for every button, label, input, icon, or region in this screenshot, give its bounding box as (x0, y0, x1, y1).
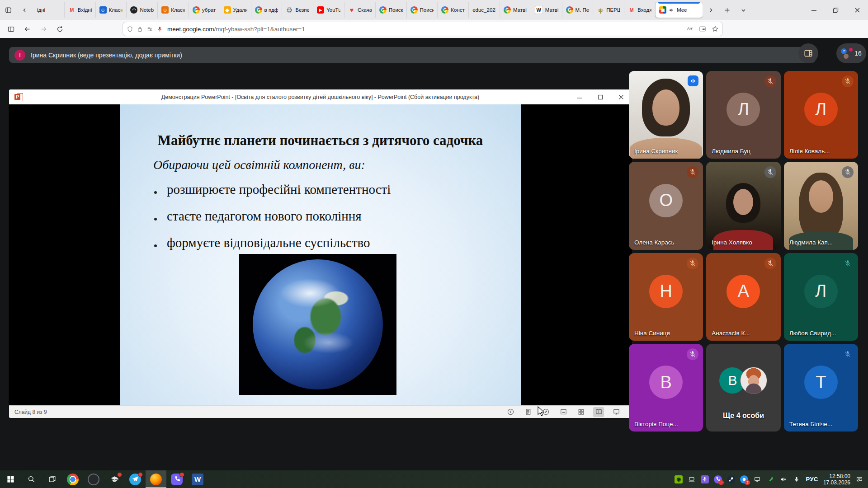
display-network-icon[interactable] (753, 475, 761, 483)
notification-badge (138, 472, 143, 477)
browser-tab[interactable]: ☺Класн (96, 2, 127, 18)
start-button[interactable] (0, 470, 21, 488)
browser-tab[interactable]: GКонст (438, 2, 469, 18)
browser-tab[interactable]: GПоиск (376, 2, 407, 18)
translate-icon[interactable]: A (686, 25, 693, 33)
browser-tab[interactable]: ▣Мее (656, 2, 703, 18)
bookmark-star-icon[interactable] (712, 25, 719, 33)
reload-button[interactable] (52, 22, 67, 36)
laptop-icon[interactable] (688, 475, 696, 483)
browser-tab[interactable]: ♥Скача (344, 2, 376, 18)
change-layout-button[interactable] (798, 43, 818, 63)
participant-tile[interactable]: ТТетяна Біліче... (784, 344, 858, 432)
new-tab-button[interactable] (719, 2, 735, 18)
tab-audio-icon[interactable] (669, 7, 675, 13)
restore-button[interactable] (825, 0, 846, 20)
tab-title: Входя (637, 7, 651, 13)
participant-name: Ніна Синиця (634, 330, 670, 337)
mic-muted-icon (687, 258, 698, 269)
pp-close-button[interactable] (611, 89, 632, 104)
picture-in-picture-icon[interactable] (699, 25, 706, 33)
browser-tab[interactable]: Gв пдф (251, 2, 283, 18)
mic-muted-icon (764, 258, 776, 269)
chrome-taskbar-icon[interactable] (62, 470, 83, 488)
participant-tile[interactable]: ВВікторія Поце... (629, 344, 703, 432)
tab-title: YouTu (326, 7, 340, 13)
volume-icon[interactable] (779, 475, 788, 483)
mouse-cursor (536, 406, 547, 417)
browser-tab[interactable]: WМатві (531, 2, 562, 18)
viber-taskbar-icon[interactable] (166, 470, 187, 488)
browser-tab[interactable]: ψПЕРШ (593, 2, 624, 18)
participant-tile[interactable]: ЛЛюдмила Буц (706, 71, 780, 159)
recorder-mic-icon[interactable] (701, 475, 709, 483)
firefox-view-icon[interactable] (0, 2, 16, 18)
task-view-button[interactable] (42, 470, 62, 488)
slide-bullet: розширюєте професійні компетентності (151, 182, 391, 197)
browser-tab[interactable]: ☺Класн (158, 2, 189, 18)
normal-view-icon[interactable] (558, 407, 569, 417)
browser-tab[interactable]: ◆Удали (220, 2, 251, 18)
browser-tab[interactable]: GМатві (500, 2, 531, 18)
participant-tile[interactable]: ЛЛілія Коваль... (784, 71, 858, 159)
search-button[interactable] (21, 470, 42, 488)
action-center-icon[interactable] (855, 475, 863, 483)
close-button[interactable] (846, 0, 868, 20)
sidebar-toggle-icon[interactable] (4, 22, 18, 36)
participant-tile[interactable]: ВЩе 4 особи (706, 344, 780, 432)
browser-tab[interactable]: MВхідні (65, 2, 96, 18)
word-taskbar-icon[interactable]: W (187, 470, 208, 488)
url-bar[interactable]: meet.google.com/mqf-ybaw-ssh?pli=1&authu… (123, 22, 722, 36)
scroll-tabs-left-icon[interactable] (17, 2, 32, 18)
browser-tab[interactable]: Безпе (282, 2, 313, 18)
participant-tile[interactable]: ЛЛюбов Свирид... (784, 253, 858, 341)
avatar-initial: А (738, 282, 749, 301)
browser-tab[interactable]: ▶YouTu (313, 2, 344, 18)
scroll-tabs-right-icon[interactable] (703, 2, 718, 18)
education-app-taskbar-icon[interactable] (104, 470, 125, 488)
participants-count-button[interactable]: Т 16 (836, 43, 866, 63)
browser-tab[interactable]: Gубрат (189, 2, 220, 18)
browser-tab[interactable]: GМ. Пе (562, 2, 594, 18)
participant-tile[interactable]: Людмила Кап... (784, 162, 858, 249)
browser-tab[interactable]: educ_2023 (469, 2, 500, 18)
microphone-tray-icon[interactable] (793, 475, 801, 483)
participant-name: Лілія Коваль... (789, 148, 830, 155)
participant-tile[interactable]: ННіна Синиця (629, 253, 703, 341)
steam-icon[interactable] (727, 475, 735, 483)
previous-slide-icon[interactable] (505, 407, 516, 417)
viber-tray-icon[interactable] (714, 475, 722, 483)
reading-view-icon[interactable] (593, 407, 604, 417)
participant-tile[interactable]: Ірина Холявко (706, 162, 780, 249)
pp-maximize-button[interactable] (590, 89, 611, 104)
slide-sorter-icon[interactable] (576, 407, 586, 417)
screen: ідніMВхідні☺Класн◠Noteb☺КласнGубрат◆Удал… (0, 0, 868, 488)
forward-button[interactable] (36, 22, 51, 36)
participant-tile[interactable]: Ірина Скрипник (629, 71, 703, 159)
earth-globe (253, 259, 383, 389)
participant-tile[interactable]: ААнастасія К... (706, 253, 780, 341)
google-favicon: G (255, 6, 262, 14)
language-indicator[interactable]: РУС (806, 476, 818, 483)
browser-tab[interactable]: ідні (33, 2, 65, 18)
url-path: /mqf-ybaw-ssh?pli=1&authuser=1 (214, 26, 305, 33)
browser-tab[interactable]: ◠Noteb (127, 2, 158, 18)
minimize-button[interactable] (803, 0, 825, 20)
pp-minimize-button[interactable] (569, 89, 590, 104)
download-manager-icon[interactable] (766, 475, 774, 483)
avatar-initial: Л (738, 100, 749, 119)
browser-tab[interactable]: MВходя (624, 2, 656, 18)
back-button[interactable] (20, 22, 34, 36)
round-dark-app-taskbar-icon[interactable] (83, 470, 104, 488)
nvidia-icon[interactable]: ◉ (675, 475, 683, 483)
messenger-icon[interactable]: 2 (740, 475, 748, 483)
slideshow-icon[interactable] (611, 407, 622, 417)
browser-tab[interactable]: GПоиск (407, 2, 438, 18)
taskbar-clock[interactable]: 12:58:00 17.03.2026 (823, 473, 850, 486)
firefox-taskbar-icon[interactable] (146, 470, 166, 488)
list-all-tabs-icon[interactable] (736, 2, 751, 18)
notes-icon[interactable] (523, 407, 533, 417)
participant-tile[interactable]: ООлена Карась (629, 162, 703, 249)
telegram-taskbar-icon[interactable] (125, 470, 146, 488)
url-text[interactable]: meet.google.com/mqf-ybaw-ssh?pli=1&authu… (167, 26, 683, 33)
